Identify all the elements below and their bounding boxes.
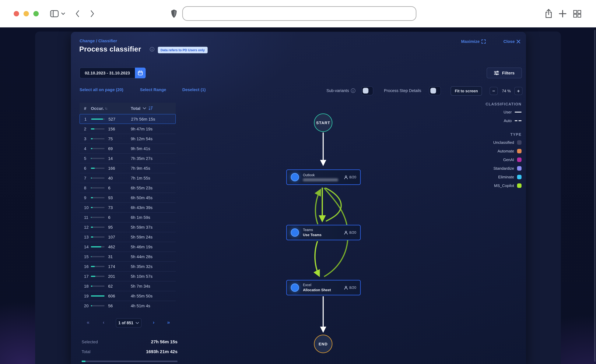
pagination: « ‹ 1 of 851 › » [80, 318, 176, 329]
chevron-down-icon[interactable] [61, 12, 65, 15]
table-row[interactable]: 17 201 5h 10m 57s [80, 271, 176, 281]
table-row[interactable]: 14 462 5h 46m 19s [80, 242, 176, 252]
chevron-down-icon[interactable] [143, 107, 146, 110]
next-page-button[interactable]: › [153, 319, 154, 326]
sub-variants-info-icon[interactable]: i [351, 89, 355, 93]
fit-to-screen-button[interactable]: Fit to screen [451, 86, 482, 96]
close-button[interactable]: Close [503, 39, 520, 44]
process-step-details-toggle[interactable] [429, 86, 441, 95]
filters-button[interactable]: Filters [487, 67, 522, 78]
users-count: 8/20 [349, 175, 356, 179]
table-row[interactable]: 6 166 7h 9m 45s [80, 163, 176, 173]
first-page-button[interactable]: « [87, 319, 89, 326]
row-total: 7h 1m 55s [131, 176, 176, 180]
end-node[interactable]: END [314, 335, 332, 353]
scrollbar[interactable] [594, 30, 596, 362]
row-total: 5h 46m 19s [131, 244, 176, 249]
table-row[interactable]: 12 95 5h 59m 37s [80, 222, 176, 232]
maximize-button[interactable]: Maximize [461, 39, 486, 44]
selected-summary: Selected 27h 56m 15s [82, 339, 178, 344]
breadcrumb[interactable]: Change / Classifier [80, 38, 117, 43]
table-row[interactable]: 19 606 4h 55m 50s [80, 291, 176, 301]
page-title: Process classifier [79, 45, 141, 53]
page-select[interactable]: 1 of 851 [116, 318, 142, 327]
share-icon[interactable] [544, 8, 553, 19]
back-icon[interactable] [75, 10, 80, 18]
table-row[interactable]: 18 62 5h 7m 34s [80, 281, 176, 291]
occur-header-label: Occur. [91, 106, 104, 111]
users-count: 8/20 [349, 230, 356, 235]
zoom-out-button[interactable]: − [490, 87, 498, 95]
sort-descending-icon[interactable] [149, 106, 153, 111]
address-bar-input[interactable] [182, 6, 416, 21]
process-node-outlook[interactable]: Outlook 8/20 [286, 169, 361, 185]
table-row[interactable]: 15 31 5h 44m 28s [80, 252, 176, 261]
table-row[interactable]: 2 156 9h 47m 19s [80, 124, 176, 134]
bar-fill [91, 226, 93, 228]
table-row[interactable]: 7 40 7h 1m 55s [80, 173, 176, 183]
select-range-link[interactable]: Select Range [140, 87, 166, 92]
column-header-occurrences[interactable]: Occur. ↑↓ [91, 106, 131, 111]
previous-page-button[interactable]: ‹ [103, 319, 104, 326]
row-occurrences: 527 [108, 117, 131, 121]
node-subtitle: Allocation Sheet [303, 288, 340, 292]
table-row[interactable]: 1 527 27h 56m 15s [80, 114, 176, 124]
occurrence-table-body: 1 527 27h 56m 15s 2 156 9h 47m 19s 3 [80, 114, 176, 311]
date-range-input[interactable]: 02.10.2023 - 31.10.2023 [80, 67, 135, 78]
table-row[interactable]: 20 56 4h 51m 4s [80, 301, 176, 311]
process-node-teams[interactable]: Teams Use Teams 8/20 [286, 225, 361, 240]
table-row[interactable]: 10 73 6h 43m 39s [80, 202, 176, 212]
row-rank: 14 [80, 244, 91, 249]
row-bar [91, 285, 108, 287]
row-total: 4h 51m 4s [131, 303, 176, 308]
window-zoom-button[interactable] [33, 11, 39, 16]
new-tab-icon[interactable] [559, 10, 566, 18]
deselect-link[interactable]: Deselect (1) [182, 87, 206, 92]
selected-label: Selected [82, 339, 98, 344]
calendar-button[interactable] [135, 67, 146, 78]
column-header-total[interactable]: Total [131, 106, 176, 111]
table-row[interactable]: 4 69 9h 5m 41s [80, 143, 176, 153]
column-header-rank[interactable]: # [80, 106, 91, 111]
row-bar [91, 266, 108, 267]
window-close-button[interactable] [14, 11, 19, 16]
bar-fill [91, 305, 92, 306]
table-row[interactable]: 9 93 6h 50m 45s [80, 193, 176, 202]
shield-icon[interactable] [170, 9, 178, 18]
row-bar [91, 305, 108, 306]
table-row[interactable]: 3 75 9h 12m 54s [80, 134, 176, 143]
legend-label: User [504, 110, 512, 114]
table-row[interactable]: 16 174 5h 35m 32s [80, 261, 176, 271]
row-total: 5h 10m 57s [131, 274, 176, 279]
bar-fill [91, 158, 91, 159]
table-row[interactable]: 8 6 6h 55m 23s [80, 183, 176, 193]
selection-ratio-fill [82, 361, 85, 362]
sidebar-icon[interactable] [50, 10, 59, 17]
tab-overview-icon[interactable] [573, 10, 581, 18]
forward-icon[interactable] [90, 10, 95, 18]
title-info-icon[interactable]: i [150, 47, 154, 52]
process-node-excel[interactable]: Excel Allocation Sheet 8/20 [286, 280, 361, 295]
bar-track [91, 256, 104, 257]
node-text: Outlook [303, 173, 340, 181]
row-bar [91, 138, 108, 139]
filters-icon [494, 71, 499, 75]
table-row[interactable]: 11 6 6h 1m 59s [80, 212, 176, 222]
legend-label: Standardize [493, 166, 514, 171]
window-minimize-button[interactable] [23, 11, 29, 16]
sub-variants-toggle[interactable] [361, 86, 373, 95]
table-row[interactable]: 5 14 7h 35m 27s [80, 153, 176, 163]
table-row[interactable]: 13 107 5h 59m 24s [80, 232, 176, 242]
person-icon [344, 175, 348, 179]
row-total: 5h 35m 32s [131, 264, 176, 269]
select-all-link[interactable]: Select all on page (20) [80, 87, 123, 92]
last-page-button[interactable]: » [167, 319, 170, 326]
bar-track [91, 217, 104, 218]
sub-variants-label: Sub-variants i [327, 89, 355, 93]
zoom-in-button[interactable]: + [514, 87, 522, 95]
start-node[interactable]: START [314, 113, 332, 132]
row-occurrences: 107 [108, 234, 131, 239]
node-subtitle: Use Teams [303, 232, 340, 237]
row-rank: 13 [80, 234, 91, 239]
sort-arrows-icon[interactable]: ↑↓ [105, 106, 107, 111]
